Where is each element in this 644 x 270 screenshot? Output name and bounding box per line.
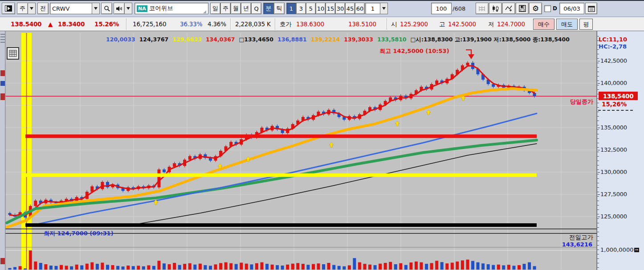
price-tick-135,0000: 135,0000 <box>600 124 627 131</box>
chevron-down-icon <box>30 7 33 10</box>
search-icon <box>104 5 110 12</box>
bars-count-value: 100 <box>436 5 447 12</box>
custom-interval-dropdown[interactable] <box>380 3 388 14</box>
strip-mark <box>0 39 5 40</box>
save-button[interactable] <box>516 3 529 14</box>
interval-button-3[interactable]: 3 <box>296 3 306 14</box>
legend-item: 120,0033 <box>106 36 135 44</box>
candlestick-icon <box>492 5 499 12</box>
price-tick-127,5000: 127,5000 <box>600 191 627 197</box>
price-axis-panel[interactable]: LC:11,10 HC:-2,78 142,5000140,0000135,00… <box>597 31 644 270</box>
legend-item: 134,0367 <box>206 36 235 44</box>
settings-button[interactable]: ⚙ <box>529 3 542 14</box>
dashed-marker <box>598 110 633 111</box>
turnover: 4.36% <box>208 20 226 28</box>
volume-ratio: 36.33% <box>180 20 202 28</box>
legend-item: 124,3767 <box>139 36 169 44</box>
tick-mode-label: 틱 <box>277 4 282 12</box>
price-change: 18.3400 <box>58 20 85 28</box>
divider <box>275 18 276 30</box>
week-quick-button[interactable]: 주 <box>17 3 28 14</box>
divider <box>126 18 127 30</box>
legend-item: 139,2214 <box>311 36 340 44</box>
date-input[interactable]: 06/03 <box>559 3 584 14</box>
divider <box>230 18 231 30</box>
legend-item: 129,6633 <box>172 36 202 44</box>
average-button[interactable]: 평 <box>579 19 593 30</box>
line-study-button[interactable] <box>502 3 515 14</box>
calendar-button[interactable] <box>585 3 597 14</box>
volume: 16,725,160 <box>133 20 166 28</box>
session-low-annotation: 최저 124,7000 (09:31) <box>44 230 114 238</box>
left-tool-strip[interactable] <box>0 31 5 270</box>
open-price: 125.2900 <box>400 20 428 28</box>
prev-symbol-button[interactable]: 전 <box>37 3 49 14</box>
bars-count-input[interactable]: 100 <box>431 3 452 14</box>
grid-toggle-button[interactable] <box>7 47 19 60</box>
market-badge: NA <box>137 5 147 12</box>
period-button-주[interactable]: 주 <box>220 3 231 14</box>
strip-mark <box>0 42 5 43</box>
interval-button-15[interactable]: 15 <box>326 3 335 14</box>
up-arrow-icon: ▲ <box>48 20 53 28</box>
search-button[interactable] <box>101 3 112 14</box>
current-price-box: 138,5400 <box>599 92 638 100</box>
prev-label: 전 <box>40 4 46 12</box>
symbol-text: CRWV <box>52 5 69 12</box>
resize-handle-icon[interactable]: ◢ <box>203 9 206 14</box>
date-value: 06/03 <box>563 5 580 12</box>
day-close-label: 당일종가 <box>570 98 593 106</box>
period-button-년[interactable]: 년 <box>241 3 251 14</box>
interval-button-10[interactable]: 10 <box>316 3 326 14</box>
strip-mark-red <box>0 93 5 100</box>
legend-item: □시:138,8300 고:139,1900 저:138,5000 종:138,… <box>411 36 570 44</box>
candle-style-button[interactable] <box>489 3 502 14</box>
sell-button[interactable]: 매도 <box>556 19 578 30</box>
prev-day-high-label: 전일고가 <box>569 234 593 242</box>
open-label: 시 <box>391 20 397 28</box>
hc-value: HC:-2,78 <box>599 43 627 50</box>
week-quick-dropdown[interactable] <box>28 3 36 14</box>
period-button-일[interactable]: 일 <box>210 3 220 14</box>
legend-item: □133,4650 <box>239 36 273 44</box>
speaker-icon <box>116 6 122 12</box>
indicator-legend: 120,0033124,3767129,6633134,0367□133,465… <box>106 36 570 44</box>
sound-dropdown[interactable] <box>125 3 132 14</box>
interval-button-30[interactable]: 30 <box>335 3 345 14</box>
trading-chart-window: 주 전 CRWV NA 코어위브 ◢ 일주월년Q <box>0 0 644 270</box>
quote-label: 호가 <box>280 20 292 28</box>
gear-icon: ⚙ <box>532 5 539 12</box>
volume-tick-value: 1,000,0000 <box>600 246 633 253</box>
symbol-input[interactable]: CRWV <box>50 3 92 14</box>
interval-button-45[interactable]: 45 <box>345 3 355 14</box>
grid-icon <box>9 50 17 57</box>
prev-day-high-value: 143,6216 <box>562 241 592 248</box>
buy-button[interactable]: 매수 <box>533 19 554 30</box>
grid-lines-button[interactable] <box>476 3 489 14</box>
symbol-name-field[interactable]: NA 코어위브 ◢ <box>135 3 208 14</box>
period-button-월[interactable]: 월 <box>231 3 241 14</box>
price-tick-130,0000: 130,0000 <box>600 169 627 175</box>
symbol-dropdown[interactable] <box>92 3 100 14</box>
period-button-Q[interactable]: Q <box>251 3 261 14</box>
top-toolbar: 주 전 CRWV NA 코어위브 ◢ 일주월년Q <box>0 1 644 17</box>
custom-interval-value: 1 <box>371 5 375 12</box>
custom-interval-input[interactable]: 1 <box>365 3 380 14</box>
low-price: 124.7000 <box>497 20 525 28</box>
interval-button-1[interactable]: 1 <box>286 3 296 14</box>
strip-mark <box>0 34 5 35</box>
interval-button-60[interactable]: 60 <box>355 3 365 14</box>
strip-mark <box>0 36 5 37</box>
sound-button[interactable] <box>114 3 125 14</box>
current-change-pct: 15,26% <box>602 101 627 108</box>
price-tick-132,5000: 132,5000 <box>600 146 627 153</box>
trendline-icon <box>505 5 513 12</box>
panel-toggle-button[interactable] <box>2 3 15 14</box>
minute-mode-button[interactable]: 분 <box>263 3 274 14</box>
tick-mode-button[interactable]: 틱 <box>274 3 285 14</box>
d-checkbox-label: D <box>553 5 557 12</box>
volume-scale-icon[interactable]: ↔ <box>634 248 639 252</box>
d-checkbox[interactable] <box>544 5 551 12</box>
lc-value: LC:11,10 <box>599 36 627 43</box>
interval-button-5[interactable]: 5 <box>306 3 316 14</box>
